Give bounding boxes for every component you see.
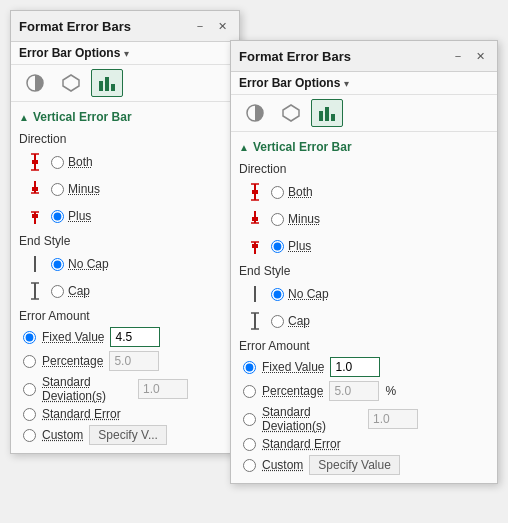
back-options-bar[interactable]: Error Bar Options ▾ — [11, 42, 239, 65]
back-direction-minus-row: Minus — [23, 177, 231, 201]
back-plus-icon — [23, 204, 47, 228]
back-fixed-row: Fixed Value — [23, 327, 231, 347]
front-specify-button[interactable]: Specify Value — [309, 455, 400, 475]
back-cap-label: Cap — [68, 284, 90, 298]
back-nocap-row: No Cap — [23, 252, 231, 276]
front-pct-radio[interactable] — [243, 385, 256, 398]
fill-icon — [25, 73, 45, 93]
back-pct-row: Percentage — [23, 351, 231, 371]
back-fill-icon-btn[interactable] — [19, 69, 51, 97]
front-panel-close[interactable]: ✕ — [471, 47, 489, 65]
front-fixed-radio[interactable] — [243, 361, 256, 374]
back-panel-title-bar: Format Error Bars − ✕ — [11, 11, 239, 42]
front-nocap-radio[interactable] — [271, 288, 284, 301]
front-direction-both-row: Both — [243, 180, 489, 204]
front-fixed-row: Fixed Value — [243, 357, 489, 377]
svg-rect-30 — [252, 217, 258, 221]
front-direction-minus-radio[interactable] — [271, 213, 284, 226]
back-endstyle-label: End Style — [19, 234, 231, 248]
svg-marker-1 — [63, 75, 79, 91]
svg-rect-14 — [32, 214, 38, 218]
front-fixed-input[interactable] — [330, 357, 380, 377]
front-section-header: ▲ Vertical Error Bar — [239, 140, 489, 154]
front-direction-label: Direction — [239, 162, 489, 176]
front-options-label: Error Bar Options — [239, 76, 340, 90]
front-section-triangle: ▲ — [239, 142, 249, 153]
back-panel-controls: − ✕ — [191, 17, 231, 35]
front-both-icon — [243, 180, 267, 204]
back-direction-minus-radio[interactable] — [51, 183, 64, 196]
front-options-chevron: ▾ — [344, 78, 349, 89]
back-nocap-label: No Cap — [68, 257, 109, 271]
chart-icon — [97, 73, 117, 93]
front-pct-row: Percentage % — [243, 381, 489, 401]
back-pct-input — [109, 351, 159, 371]
back-stderr-radio[interactable] — [23, 408, 36, 421]
back-panel-close[interactable]: ✕ — [213, 17, 231, 35]
svg-rect-23 — [331, 114, 335, 121]
back-amount-rows: Fixed Value Percentage Standard Deviatio… — [23, 327, 231, 445]
back-custom-label: Custom — [42, 428, 83, 442]
front-chart-icon-btn[interactable] — [311, 99, 343, 127]
back-cap-row: Cap — [23, 279, 231, 303]
back-fixed-radio[interactable] — [23, 331, 36, 344]
front-erroramount-label: Error Amount — [239, 339, 489, 353]
front-direction-group: Both Minus Plus — [243, 180, 489, 258]
back-custom-radio[interactable] — [23, 429, 36, 442]
front-section-title: Vertical Error Bar — [253, 140, 352, 154]
back-section-triangle: ▲ — [19, 112, 29, 123]
front-pct-unit: % — [385, 384, 396, 398]
front-nocap-icon — [243, 282, 267, 306]
front-border-icon — [281, 103, 301, 123]
front-direction-plus-radio[interactable] — [271, 240, 284, 253]
front-stderr-radio[interactable] — [243, 438, 256, 451]
front-options-bar[interactable]: Error Bar Options ▾ — [231, 72, 497, 95]
back-section-title: Vertical Error Bar — [33, 110, 132, 124]
front-chart-icon — [317, 103, 337, 123]
front-endstyle-label: End Style — [239, 264, 489, 278]
svg-rect-2 — [99, 81, 103, 91]
front-fill-icon-btn[interactable] — [239, 99, 271, 127]
back-border-icon-btn[interactable] — [55, 69, 87, 97]
front-direction-both-label: Both — [288, 185, 313, 199]
back-pct-radio[interactable] — [23, 355, 36, 368]
front-icon-group — [231, 95, 497, 132]
back-fixed-input[interactable] — [110, 327, 160, 347]
back-stderr-row: Standard Error — [23, 407, 231, 421]
front-nocap-row: No Cap — [243, 282, 489, 306]
back-fixed-label: Fixed Value — [42, 330, 104, 344]
back-both-icon — [23, 150, 47, 174]
back-panel-minimize[interactable]: − — [191, 17, 209, 35]
front-std-radio[interactable] — [243, 413, 256, 426]
front-custom-radio[interactable] — [243, 459, 256, 472]
back-specify-button[interactable]: Specify V... — [89, 425, 167, 445]
front-custom-row: Custom Specify Value — [243, 455, 489, 475]
front-border-icon-btn[interactable] — [275, 99, 307, 127]
back-options-label: Error Bar Options — [19, 46, 120, 60]
front-direction-plus-label: Plus — [288, 239, 311, 253]
back-options-chevron: ▾ — [124, 48, 129, 59]
border-icon — [61, 73, 81, 93]
back-direction-minus-label: Minus — [68, 182, 100, 196]
back-nocap-radio[interactable] — [51, 258, 64, 271]
front-cap-radio[interactable] — [271, 315, 284, 328]
front-direction-minus-row: Minus — [243, 207, 489, 231]
back-direction-plus-radio[interactable] — [51, 210, 64, 223]
front-direction-both-radio[interactable] — [271, 186, 284, 199]
back-stderr-label: Standard Error — [42, 407, 121, 421]
back-std-input — [138, 379, 188, 399]
back-panel-title: Format Error Bars — [19, 19, 131, 34]
front-fill-icon — [245, 103, 265, 123]
front-minus-icon — [243, 207, 267, 231]
svg-rect-27 — [252, 190, 258, 194]
back-direction-both-radio[interactable] — [51, 156, 64, 169]
front-panel-minimize[interactable]: − — [449, 47, 467, 65]
back-chart-icon-btn[interactable] — [91, 69, 123, 97]
svg-rect-4 — [111, 84, 115, 91]
back-std-radio[interactable] — [23, 383, 36, 396]
front-std-row: Standard Deviation(s) — [243, 405, 489, 433]
front-stderr-label: Standard Error — [262, 437, 341, 451]
back-erroramount-label: Error Amount — [19, 309, 231, 323]
back-direction-label: Direction — [19, 132, 231, 146]
back-cap-radio[interactable] — [51, 285, 64, 298]
